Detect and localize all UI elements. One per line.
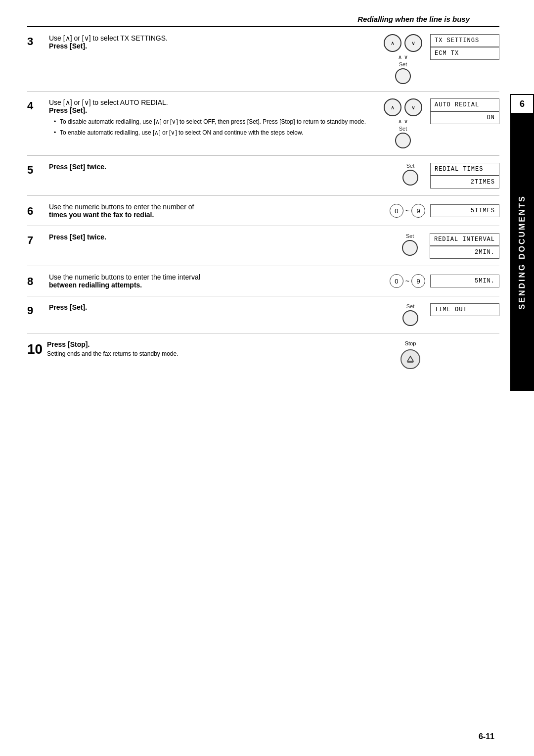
side-tab-label: SENDING DOCUMENTS <box>518 195 527 309</box>
step-4-arrow-buttons: ∧ ∨ <box>384 98 422 116</box>
step-6-content: Use the numeric buttons to enter the num… <box>45 203 385 219</box>
zero-circle-8: 0 <box>390 274 403 288</box>
step-3-row: 3 Use [∧] or [∨] to select TX SETTINGS. … <box>27 27 499 92</box>
stop-btn[interactable] <box>400 349 420 369</box>
step-10-number: 10 <box>27 340 45 357</box>
set-label-5: Set <box>406 163 415 169</box>
step-7-lcd: REDIAL INTERVAL 2MIN. <box>430 233 499 259</box>
page-container: 6 SENDING DOCUMENTS Redialling when the … <box>0 15 534 756</box>
step-9-lcd: TIME OUT <box>430 303 499 316</box>
lcd-auto-redial: AUTO REDIAL <box>430 98 499 111</box>
step-3-controls: ∧ ∨ ∧ ∨ Set <box>376 34 430 84</box>
up-arrow-btn-4[interactable]: ∧ <box>384 98 401 116</box>
page-number: 6-11 <box>479 732 494 741</box>
step-5-content: Press [Set] twice. <box>45 163 391 171</box>
lcd-on: ON <box>430 111 499 124</box>
bullet-4-1: To disable automatic redialling, use [∧]… <box>54 117 376 126</box>
set-label-3: Set <box>399 61 407 67</box>
zero-circle: 0 <box>390 204 403 218</box>
step-8-row: 8 Use the numeric buttons to enter the t… <box>27 266 499 296</box>
numeric-range-6: 0 ~ 9 <box>390 204 425 218</box>
down-arrow-btn[interactable]: ∨ <box>404 34 422 52</box>
numeric-range-8: 0 ~ 9 <box>390 274 425 288</box>
step-3-content: Use [∧] or [∨] to select TX SETTINGS. Pr… <box>45 34 376 50</box>
set-btn-5[interactable] <box>402 170 418 186</box>
step-4-row: 4 Use [∧] or [∨] to select AUTO REDIAL. … <box>27 92 499 156</box>
section-number: 6 <box>510 94 534 114</box>
lcd-2times: 2TIMES <box>430 176 499 189</box>
set-btn-9[interactable] <box>402 310 418 326</box>
step-4-instruction: Use [∧] or [∨] to select AUTO REDIAL. Pr… <box>49 98 376 114</box>
step-5-controls: Set <box>391 163 430 186</box>
nine-circle-8: 9 <box>411 274 425 288</box>
step-3-lcd: TX SETTINGS ECM TX <box>430 34 499 60</box>
stop-label: Stop <box>405 340 416 346</box>
lcd-5min: 5MIN. <box>430 275 499 287</box>
step-8-controls: 0 ~ 9 <box>385 274 430 288</box>
side-tab: SENDING DOCUMENTS <box>510 114 534 391</box>
step-7-content: Press [Set] twice. <box>45 233 390 241</box>
set-label-7: Set <box>406 233 414 239</box>
down-arrow-btn-4[interactable]: ∨ <box>404 98 422 116</box>
step-3-instruction: Use [∧] or [∨] to select TX SETTINGS. Pr… <box>49 34 376 50</box>
step-6-row: 6 Use the numeric buttons to enter the n… <box>27 196 499 226</box>
lcd-tx-settings: TX SETTINGS <box>430 34 499 47</box>
step-7-number: 7 <box>27 233 45 247</box>
svg-marker-0 <box>407 356 413 361</box>
section-title: Redialling when the line is busy <box>27 15 499 23</box>
step-5-instruction: Press [Set] twice. <box>49 163 391 171</box>
step-10-content: Press [Stop]. Setting ends and the fax r… <box>45 340 391 357</box>
main-content: Redialling when the line is busy 3 Use [… <box>27 15 499 376</box>
step-9-controls: Set <box>391 303 430 326</box>
step-6-lcd: 5TIMES <box>430 204 499 217</box>
step-8-lcd: 5MIN. <box>430 275 499 287</box>
step-10-controls: Stop <box>391 340 430 369</box>
step-8-number: 8 <box>27 274 45 288</box>
step-8-instruction: Use the numeric buttons to enter the tim… <box>49 273 385 289</box>
step-7-instruction: Press [Set] twice. <box>49 233 390 241</box>
lcd-redial-interval: REDIAL INTERVAL <box>430 233 499 246</box>
step-5-row: 5 Press [Set] twice. Set REDIAL TIMES 2T… <box>27 156 499 196</box>
step-10-sub: Setting ends and the fax returns to stan… <box>47 350 391 357</box>
step-10-row: 10 Press [Stop]. Setting ends and the fa… <box>27 333 499 376</box>
step-4-bullets: To disable automatic redialling, use [∧]… <box>49 117 376 137</box>
up-arrow-btn[interactable]: ∧ <box>384 34 401 52</box>
step-9-number: 9 <box>27 303 45 317</box>
lcd-timeout: TIME OUT <box>430 303 499 316</box>
step-10-instruction: Press [Stop]. <box>47 340 391 348</box>
step-5-lcd: REDIAL TIMES 2TIMES <box>430 163 499 189</box>
step-3-number: 3 <box>27 34 45 48</box>
step-9-content: Press [Set]. <box>45 303 391 311</box>
set-btn-3[interactable] <box>395 68 411 84</box>
set-label-4: Set <box>399 126 407 132</box>
step-9-instruction: Press [Set]. <box>49 303 391 311</box>
set-label-9: Set <box>406 303 415 309</box>
step-3-arrow-buttons: ∧ ∨ <box>384 34 422 52</box>
step-6-number: 6 <box>27 204 45 218</box>
step-8-content: Use the numeric buttons to enter the tim… <box>45 273 385 289</box>
lcd-ecm-tx: ECM TX <box>430 47 499 60</box>
bullet-4-2: To enable automatic redialling, use [∧] … <box>54 128 376 137</box>
set-btn-4[interactable] <box>395 133 411 148</box>
step-4-controls: ∧ ∨ ∧ ∨ Set <box>376 98 430 148</box>
step-6-controls: 0 ~ 9 <box>385 204 430 218</box>
lcd-2min: 2MIN. <box>430 246 499 259</box>
step-4-content: Use [∧] or [∨] to select AUTO REDIAL. Pr… <box>45 98 376 139</box>
arrow-label: ∧ ∨ <box>398 54 407 60</box>
step-4-number: 4 <box>27 98 45 112</box>
step-5-number: 5 <box>27 163 45 177</box>
step-7-row: 7 Press [Set] twice. Set REDIAL INTERVAL… <box>27 226 499 266</box>
lcd-redial-times: REDIAL TIMES <box>430 163 499 176</box>
step-4-lcd: AUTO REDIAL ON <box>430 98 499 124</box>
set-btn-7[interactable] <box>402 240 418 256</box>
step-7-controls: Set <box>390 233 430 256</box>
arrow-label-4: ∧ ∨ <box>398 118 407 125</box>
lcd-5times: 5TIMES <box>430 204 499 217</box>
step-6-instruction: Use the numeric buttons to enter the num… <box>49 203 385 219</box>
nine-circle: 9 <box>411 204 425 218</box>
step-9-row: 9 Press [Set]. Set TIME OUT <box>27 296 499 333</box>
